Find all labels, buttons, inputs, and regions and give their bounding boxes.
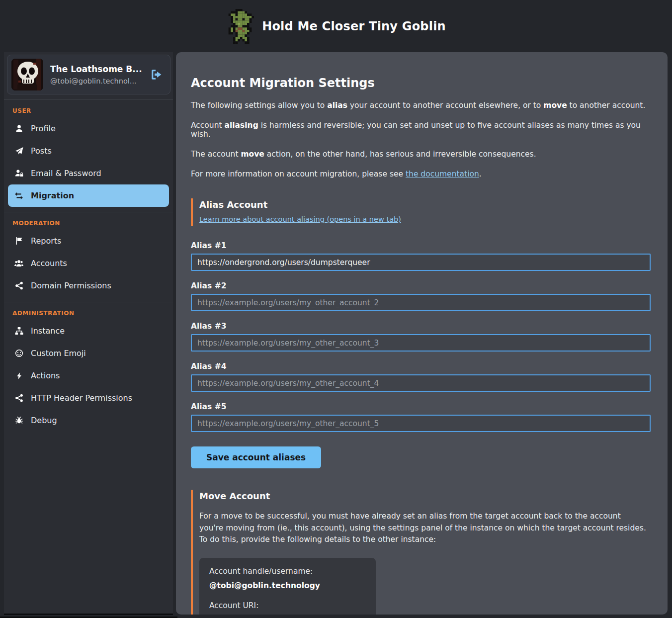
sidebar-item-accounts[interactable]: Accounts <box>8 252 169 274</box>
sidebar-item-reports[interactable]: Reports <box>8 230 169 252</box>
sidebar-item-label: Debug <box>31 416 57 425</box>
sidebar-item-label: Instance <box>31 326 65 336</box>
account-handle-label: Account handle/username: <box>209 567 366 576</box>
sidebar-item-label: Actions <box>31 371 60 380</box>
page-title: Account Migration Settings <box>191 76 651 90</box>
intro-paragraph-4: For more information on account migratio… <box>191 170 651 178</box>
sidebar-item-posts[interactable]: Posts <box>8 140 169 162</box>
sidebar-divider <box>4 212 173 212</box>
nav-section-administration: ADMINISTRATION <box>12 310 173 317</box>
alias-2-input[interactable] <box>191 294 651 311</box>
sidebar-item-label: Reports <box>31 236 61 246</box>
share-nodes-icon <box>14 394 24 402</box>
logout-button[interactable] <box>148 66 165 83</box>
exchange-arrows-icon <box>14 191 24 200</box>
sidebar-item-label: Custom Emoji <box>31 349 86 358</box>
intro-paragraph-3: The account move action, on the other ha… <box>191 150 651 159</box>
instance-title: Hold Me Closer Tiny Goblin <box>262 19 446 33</box>
move-account-heading: Move Account <box>199 491 651 501</box>
sidebar-item-profile[interactable]: Profile <box>8 117 169 140</box>
intro-paragraph-1: The following settings allow you to alia… <box>191 101 651 110</box>
sidebar-item-instance[interactable]: Instance <box>8 320 169 342</box>
user-meta: The Loathsome B... @tobi@goblin.technol.… <box>50 64 141 85</box>
sidebar-divider <box>4 99 173 100</box>
alias-form: Alias #1 Alias #2 Alias #3 Alias #4 Alia… <box>191 241 651 468</box>
alias-learn-more-link[interactable]: Learn more about account aliasing (opens… <box>199 215 401 223</box>
account-uri-label: Account URI: <box>209 601 366 610</box>
page-layout: The Loathsome B... @tobi@goblin.technol.… <box>0 52 672 615</box>
sidebar-item-label: Accounts <box>31 259 67 268</box>
sidebar-item-label: Migration <box>31 191 74 200</box>
flag-icon <box>14 237 24 245</box>
app-header: Hold Me Closer Tiny Goblin <box>0 0 672 52</box>
skull-avatar-image <box>11 59 43 90</box>
sidebar-item-domain-permissions[interactable]: Domain Permissions <box>8 274 169 297</box>
intro-paragraphs: The following settings allow you to alia… <box>191 101 651 178</box>
smiley-icon <box>14 349 24 357</box>
avatar <box>11 59 43 90</box>
sidebar-item-label: Profile <box>31 124 56 133</box>
sidebar: The Loathsome B... @tobi@goblin.technol.… <box>4 52 173 615</box>
documentation-link[interactable]: the documentation <box>406 170 479 178</box>
bug-icon <box>14 416 24 425</box>
sidebar-item-label: Email & Password <box>31 169 101 178</box>
sidebar-item-http-header-permissions[interactable]: HTTP Header Permissions <box>8 387 169 409</box>
nav-section-moderation: MODERATION <box>12 220 173 227</box>
alias-4-label: Alias #4 <box>191 362 651 371</box>
move-account-description: For a move to be successful, you must ha… <box>199 511 647 546</box>
alias-3-label: Alias #3 <box>191 322 651 331</box>
goblin-pixel-logo <box>226 9 254 44</box>
users-icon <box>14 259 24 268</box>
sidebar-item-email-password[interactable]: Email & Password <box>8 162 169 184</box>
bolt-icon <box>14 372 24 380</box>
user-lock-icon <box>14 169 24 177</box>
alias-4-input[interactable] <box>191 374 651 392</box>
sidebar-item-label: Domain Permissions <box>31 281 111 290</box>
nav-section-user: USER <box>12 107 173 114</box>
alias-account-heading: Alias Account <box>199 199 651 210</box>
save-account-aliases-button[interactable]: Save account aliases <box>191 446 321 468</box>
user-card[interactable]: The Loathsome B... @tobi@goblin.technol.… <box>7 55 170 94</box>
sidebar-item-label: HTTP Header Permissions <box>31 393 132 403</box>
account-handle-value: @tobi@goblin.technology <box>209 581 366 590</box>
sidebar-item-debug[interactable]: Debug <box>8 409 169 432</box>
user-icon <box>14 124 24 133</box>
intro-paragraph-2: Account aliasing is harmless and reversi… <box>191 121 651 139</box>
user-handle: @tobi@goblin.technol... <box>50 77 141 85</box>
user-display-name: The Loathsome B... <box>50 64 141 74</box>
alias-5-input[interactable] <box>191 415 651 432</box>
alias-1-input[interactable] <box>191 254 651 271</box>
alias-2-label: Alias #2 <box>191 281 651 290</box>
sidebar-item-migration[interactable]: Migration <box>8 184 169 207</box>
move-account-section: Move Account For a move to be successful… <box>191 490 651 615</box>
alias-3-input[interactable] <box>191 334 651 352</box>
alias-1-label: Alias #1 <box>191 241 651 250</box>
alias-account-section-header: Alias Account Learn more about account a… <box>191 198 651 226</box>
alias-5-label: Alias #5 <box>191 402 651 411</box>
logout-icon <box>150 68 163 81</box>
sidebar-item-custom-emoji[interactable]: Custom Emoji <box>8 342 169 364</box>
paper-plane-icon <box>14 147 24 155</box>
account-details-box: Account handle/username: @tobi@goblin.te… <box>199 558 376 615</box>
sidebar-item-actions[interactable]: Actions <box>8 364 169 387</box>
sidebar-divider <box>4 302 173 302</box>
sidebar-item-label: Posts <box>31 146 52 156</box>
sitemap-icon <box>14 327 24 335</box>
share-nodes-icon <box>14 281 24 290</box>
main-panel: Account Migration Settings The following… <box>176 52 668 615</box>
